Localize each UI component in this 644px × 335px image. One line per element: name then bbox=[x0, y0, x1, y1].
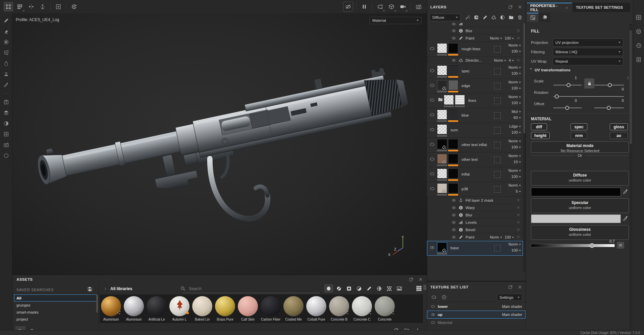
visibility-eye-icon[interactable] bbox=[430, 321, 436, 325]
layer-content-thumbnail[interactable] bbox=[437, 80, 447, 90]
layer-effect-row[interactable]: PaintNorm 100 bbox=[451, 35, 523, 42]
offset-x-slider[interactable] bbox=[553, 106, 582, 110]
save-search-icon[interactable] bbox=[87, 286, 93, 292]
material-item[interactable]: Autumn L bbox=[168, 294, 191, 323]
visibility-eye-icon[interactable] bbox=[429, 127, 435, 132]
filter-environments[interactable] bbox=[395, 284, 404, 292]
visibility-eye-icon[interactable] bbox=[451, 235, 457, 239]
layer-effect-row[interactable]: Blur bbox=[451, 27, 523, 35]
popout-icon[interactable] bbox=[508, 5, 513, 9]
texture-set-row[interactable]: lowerMain shader bbox=[427, 303, 526, 311]
mask-target-box[interactable] bbox=[494, 245, 501, 252]
layer-effect-row[interactable] bbox=[451, 23, 523, 27]
visibility-eye-icon[interactable] bbox=[430, 305, 436, 309]
layer-content-thumbnail[interactable] bbox=[437, 169, 447, 179]
texture-set-row[interactable]: upMain shader bbox=[427, 311, 526, 319]
material-sphere[interactable] bbox=[169, 296, 190, 316]
layer-row[interactable]: rough linesNorm 100 bbox=[427, 42, 523, 57]
paint-tool[interactable] bbox=[2, 16, 10, 25]
layer-blend-dropdown[interactable]: Norm bbox=[503, 139, 521, 144]
layer-row[interactable]: p38Norm 5 bbox=[427, 182, 523, 197]
glossiness-swap-button[interactable] bbox=[617, 242, 624, 249]
tiling-tool[interactable] bbox=[15, 2, 24, 11]
polygon-fill-tool[interactable] bbox=[2, 48, 10, 57]
visibility-eye-icon[interactable] bbox=[451, 36, 457, 40]
eraser-tool[interactable] bbox=[2, 27, 10, 36]
tab-properties-fill[interactable]: PROPERTIES - FILL bbox=[527, 3, 572, 12]
mask-target-box[interactable] bbox=[494, 127, 501, 134]
layer-content-thumbnail[interactable] bbox=[437, 139, 447, 149]
mask-target-box[interactable] bbox=[494, 83, 501, 89]
texture-set-settings-dropdown[interactable]: Settings bbox=[497, 294, 522, 301]
specular-eyedropper-icon[interactable] bbox=[623, 215, 629, 221]
layer-blend-dropdown[interactable]: Norm bbox=[503, 168, 521, 173]
layer-mask-thumbnail[interactable] bbox=[448, 65, 458, 75]
layer-row[interactable]: other text inflatNorm 100 bbox=[427, 138, 523, 152]
remove-effect-icon[interactable] bbox=[517, 220, 520, 224]
filter-smart-materials[interactable] bbox=[334, 284, 343, 292]
offset-y-slider[interactable] bbox=[594, 106, 624, 110]
offset-x-value[interactable]: 0 bbox=[564, 98, 577, 103]
delete-layer-button[interactable] bbox=[516, 14, 524, 21]
layer-opacity-dropdown[interactable]: 60 bbox=[503, 115, 521, 120]
properties-scrollbar[interactable] bbox=[630, 23, 632, 330]
add-effect-button[interactable] bbox=[463, 14, 472, 21]
saved-search-item[interactable]: smart-masks bbox=[14, 309, 97, 316]
layer-opacity-dropdown[interactable]: 100 bbox=[503, 86, 521, 91]
mask-target-box[interactable] bbox=[494, 186, 501, 193]
layers-scrollbar[interactable] bbox=[523, 23, 526, 272]
display-settings-tool[interactable] bbox=[2, 151, 10, 160]
grid-view-icon[interactable] bbox=[416, 285, 422, 292]
texture-set-shader[interactable]: Main shader bbox=[502, 313, 522, 317]
saved-search-item[interactable]: project bbox=[14, 316, 97, 323]
layer-content-thumbnail[interactable] bbox=[437, 154, 447, 164]
channel-diff-button[interactable]: diff bbox=[531, 123, 547, 130]
viewport-3d[interactable]: Profile: ACES_UE4_Log Material bbox=[12, 13, 427, 275]
layer-blend-dropdown[interactable]: Norm bbox=[503, 80, 521, 85]
layer-blend-dropdown[interactable]: Norm bbox=[503, 153, 521, 158]
layer-blend-dropdown[interactable]: Mul bbox=[503, 109, 521, 114]
uv-tool[interactable] bbox=[2, 130, 10, 138]
layer-opacity-dropdown[interactable]: 5 bbox=[503, 189, 521, 194]
layer-blend-dropdown[interactable]: Norm bbox=[503, 94, 521, 99]
uv-transformations-header[interactable]: UV transformations bbox=[535, 68, 571, 72]
visibility-eye-icon[interactable] bbox=[429, 172, 435, 176]
visibility-eye-icon[interactable] bbox=[451, 220, 457, 224]
camera-mode-button[interactable] bbox=[398, 2, 408, 11]
material-item[interactable]: Aluminium bbox=[100, 294, 122, 323]
layer-content-thumbnail[interactable] bbox=[444, 95, 454, 105]
layer-row[interactable]: edgeNorm 100 bbox=[427, 79, 523, 93]
close-icon[interactable] bbox=[518, 5, 522, 9]
material-item[interactable]: Baked Lin bbox=[191, 294, 214, 323]
visibility-eye-icon[interactable] bbox=[429, 113, 435, 117]
material-sphere[interactable] bbox=[215, 296, 235, 316]
diffuse-eyedropper-icon[interactable] bbox=[623, 189, 629, 195]
scale-x-value[interactable]: 1 bbox=[564, 76, 577, 80]
toggle-ui-visibility[interactable] bbox=[343, 2, 353, 12]
visibility-eye-icon[interactable] bbox=[451, 206, 457, 210]
filter-brushes[interactable] bbox=[365, 284, 373, 292]
remove-effect-icon[interactable] bbox=[517, 235, 520, 239]
mask-target-box[interactable] bbox=[494, 142, 501, 148]
layer-mask-thumbnail[interactable] bbox=[448, 169, 458, 179]
channel-spec-button[interactable]: spec bbox=[571, 123, 587, 130]
material-sphere[interactable] bbox=[147, 296, 167, 316]
scale-y-slider[interactable] bbox=[594, 83, 624, 87]
rotation-value[interactable]: 0 bbox=[610, 87, 624, 91]
remove-effect-icon[interactable] bbox=[517, 36, 520, 40]
filter-procedurals[interactable] bbox=[385, 284, 393, 292]
resources-tool[interactable] bbox=[2, 108, 10, 117]
uv-wrap-dropdown[interactable]: Repeat bbox=[553, 57, 623, 65]
layer-effect-row[interactable]: Warp bbox=[451, 204, 523, 211]
layer-effect-row[interactable]: Levels bbox=[451, 219, 523, 226]
material-picker-tool[interactable] bbox=[2, 80, 10, 89]
layer-blend-dropdown[interactable]: Norm bbox=[503, 242, 521, 247]
material-sphere[interactable] bbox=[329, 296, 349, 316]
mask-target-box[interactable] bbox=[494, 46, 501, 53]
scale-y-value[interactable]: 1 bbox=[616, 76, 629, 80]
material-sphere[interactable] bbox=[283, 296, 304, 316]
layer-row[interactable]: specNorm 100 bbox=[427, 64, 523, 79]
rotation-slider[interactable] bbox=[553, 94, 624, 98]
close-icon[interactable] bbox=[518, 285, 522, 289]
visibility-eye-icon[interactable] bbox=[429, 245, 435, 250]
